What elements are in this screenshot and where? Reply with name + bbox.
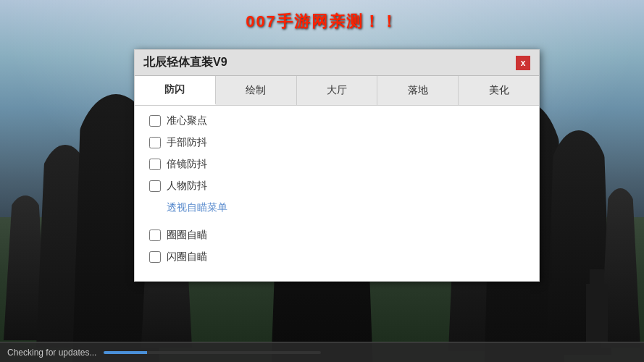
checkbox-hand-label: 手部防抖 — [167, 136, 207, 149]
checkbox-scope: 倍镜防抖 — [149, 158, 524, 171]
building-silhouette — [586, 284, 608, 342]
checkbox-aim: 准心聚点 — [149, 114, 524, 127]
checkbox-aim-label: 准心聚点 — [167, 114, 207, 127]
checkbox-scope-label: 倍镜防抖 — [167, 158, 207, 171]
checkbox-person-input[interactable] — [149, 180, 161, 192]
main-dialog: 北辰轻体直装V9 x 防闪 绘制 大厅 落地 美化 准心聚点 手部防抖 — [134, 49, 540, 282]
checkbox-person-label: 人物防抖 — [167, 180, 207, 193]
dialog-title: 北辰轻体直装V9 — [143, 55, 227, 70]
tab-bar: 防闪 绘制 大厅 落地 美化 — [135, 76, 539, 106]
dialog-titlebar: 北辰轻体直装V9 x — [135, 50, 539, 76]
tab-meihua[interactable]: 美化 — [459, 76, 539, 105]
menu-link[interactable]: 透视自瞄菜单 — [149, 201, 524, 214]
checkbox-circle-aim-label: 圈圈自瞄 — [167, 229, 207, 242]
status-progress-bar — [104, 351, 321, 354]
tab-luodi[interactable]: 落地 — [377, 76, 459, 105]
status-bar: Checking for updates... — [0, 342, 644, 362]
checkbox-flash-aim-input[interactable] — [149, 251, 161, 263]
checkbox-flash-aim: 闪圈自瞄 — [149, 251, 524, 264]
checkbox-person: 人物防抖 — [149, 180, 524, 193]
tab-dating[interactable]: 大厅 — [297, 76, 378, 105]
status-text: Checking for updates... — [7, 348, 96, 358]
checkbox-hand-input[interactable] — [149, 137, 161, 148]
checkbox-flash-aim-label: 闪圈自瞄 — [167, 251, 207, 264]
dialog-close-button[interactable]: x — [516, 56, 530, 70]
tab-huizhi[interactable]: 绘制 — [216, 76, 297, 105]
checkbox-scope-input[interactable] — [149, 159, 161, 170]
dialog-content: 准心聚点 手部防抖 倍镜防抖 人物防抖 透视自瞄菜单 圈圈自瞄 闪圈自瞄 — [135, 106, 539, 281]
checkbox-circle-aim: 圈圈自瞄 — [149, 229, 524, 242]
top-banner: 007手游网亲测！！ — [246, 11, 398, 33]
tab-fangshan[interactable]: 防闪 — [135, 76, 216, 105]
checkbox-hand: 手部防抖 — [149, 136, 524, 149]
checkbox-circle-aim-input[interactable] — [149, 230, 161, 241]
status-progress-fill — [104, 351, 147, 354]
checkbox-aim-input[interactable] — [149, 115, 161, 127]
